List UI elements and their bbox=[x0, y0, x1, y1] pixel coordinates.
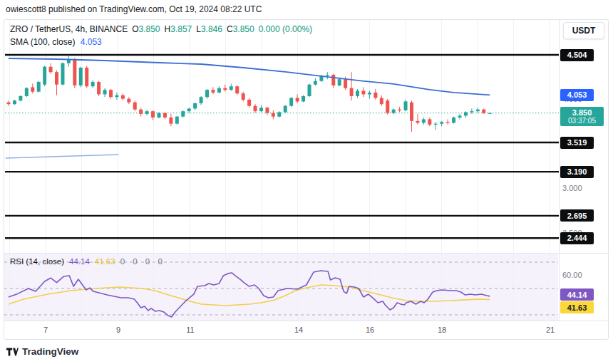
trendline bbox=[6, 155, 119, 158]
low-value: 3.846 bbox=[201, 24, 222, 34]
candle-body bbox=[211, 90, 215, 93]
candle-body bbox=[464, 112, 468, 115]
candle-body bbox=[43, 67, 46, 85]
candle-body bbox=[356, 90, 359, 95]
candle-body bbox=[181, 111, 185, 116]
candle-body bbox=[37, 82, 41, 92]
candle-body bbox=[163, 113, 167, 118]
candle-body bbox=[331, 75, 335, 85]
candle-body bbox=[422, 119, 426, 123]
high-label: H bbox=[165, 24, 171, 34]
candle-body bbox=[85, 68, 88, 86]
tradingview-logo-text: TradingView bbox=[22, 346, 78, 357]
candle-body bbox=[109, 90, 113, 97]
close-label: C bbox=[227, 24, 233, 34]
price-label-4.053: 4.053 bbox=[560, 89, 594, 101]
open-value: 3.850 bbox=[139, 24, 160, 34]
chart-canvas[interactable] bbox=[0, 0, 613, 364]
candle-body bbox=[103, 90, 107, 94]
candle-body bbox=[272, 113, 275, 117]
tradingview-snapshot: { "attribution": "owiescott8 published o… bbox=[0, 0, 613, 364]
tradingview-logo[interactable]: TradingView bbox=[6, 346, 78, 357]
candle-body bbox=[277, 112, 281, 116]
candle-body bbox=[259, 108, 263, 111]
candle-body bbox=[217, 88, 221, 93]
candle-body bbox=[392, 110, 396, 113]
change-value: 0.000 (0.00%) bbox=[259, 24, 312, 34]
candle-body bbox=[254, 106, 257, 111]
rsi-legend-ma-value: 41.63 bbox=[95, 257, 115, 266]
sma-value: 4.053 bbox=[81, 37, 102, 47]
low-label: L bbox=[196, 24, 201, 34]
candle-body bbox=[446, 122, 450, 123]
candle-body bbox=[223, 88, 227, 90]
candle-body bbox=[242, 93, 245, 100]
price-label-2.695: 2.695 bbox=[560, 209, 594, 222]
time-label-21: 21 bbox=[546, 326, 555, 334]
candle-body bbox=[121, 95, 125, 99]
price-label-4.504: 4.504 bbox=[560, 49, 594, 61]
current-price-label: 3.85003:37:05 bbox=[560, 107, 604, 126]
rsi-ma-value-label: 41.63 bbox=[560, 301, 594, 313]
time-label-7: 7 bbox=[43, 326, 48, 334]
candle-body bbox=[380, 98, 383, 104]
candle-body bbox=[374, 93, 377, 98]
candle-body bbox=[49, 67, 53, 72]
candle-body bbox=[13, 100, 16, 104]
candle-body bbox=[314, 81, 317, 85]
candle-body bbox=[350, 88, 354, 96]
rsi-legend-title: RSI (14, close) bbox=[10, 257, 64, 266]
bar-countdown: 03:37:05 bbox=[568, 117, 596, 125]
candle-body bbox=[296, 98, 299, 101]
candle-body bbox=[67, 60, 71, 63]
rsi-tick-60: 60.00 bbox=[562, 271, 582, 280]
candle-body bbox=[133, 103, 137, 110]
candle-body bbox=[158, 113, 161, 118]
time-label-9: 9 bbox=[116, 326, 120, 334]
rsi-legend-extra-values: 0 0 0 0 bbox=[120, 257, 165, 266]
candle-body bbox=[265, 108, 269, 113]
currency-toggle-button[interactable]: USDT bbox=[563, 22, 604, 39]
time-label-14: 14 bbox=[294, 326, 303, 334]
rsi-value-label: 44.14 bbox=[560, 288, 594, 301]
candle-body bbox=[476, 110, 480, 111]
candle-body bbox=[458, 115, 462, 117]
candle-body bbox=[482, 110, 485, 113]
candle-body bbox=[452, 118, 455, 123]
candle-body bbox=[470, 111, 473, 112]
candle-body bbox=[145, 111, 149, 114]
time-axis[interactable] bbox=[4, 321, 609, 340]
candle-body bbox=[73, 60, 76, 85]
time-label-18: 18 bbox=[438, 326, 446, 334]
time-label-11: 11 bbox=[186, 326, 194, 334]
candle-body bbox=[7, 103, 11, 104]
chart-legend: ZRO / TetherUS, 4h, BINANCEO3.850H3.857L… bbox=[10, 24, 312, 48]
candle-body bbox=[230, 86, 233, 90]
candle-body bbox=[308, 85, 311, 96]
candle-body bbox=[338, 79, 341, 85]
close-value: 3.850 bbox=[233, 24, 254, 34]
attribution-text: owiescott8 published on TradingView.com,… bbox=[6, 4, 262, 14]
candle-body bbox=[115, 95, 118, 97]
candle-body bbox=[91, 82, 95, 86]
candle-body bbox=[284, 106, 287, 113]
candle-body bbox=[488, 113, 492, 114]
open-label: O bbox=[132, 24, 138, 34]
candle-body bbox=[187, 108, 191, 111]
candle-body bbox=[25, 88, 29, 96]
candle-body bbox=[235, 86, 239, 93]
price-label-3.519: 3.519 bbox=[560, 137, 594, 149]
candle-body bbox=[193, 103, 197, 108]
candles bbox=[7, 56, 492, 132]
candle-body bbox=[97, 82, 101, 94]
candle-body bbox=[169, 118, 172, 124]
candle-body bbox=[247, 100, 251, 106]
candle-body bbox=[19, 96, 22, 100]
candle-body bbox=[302, 96, 305, 101]
candle-body bbox=[200, 97, 203, 103]
rsi-legend-value: 44.14 bbox=[69, 257, 90, 266]
candle-body bbox=[79, 68, 83, 85]
high-value: 3.857 bbox=[170, 24, 192, 34]
candle-body bbox=[428, 119, 431, 124]
candle-body bbox=[139, 110, 143, 114]
